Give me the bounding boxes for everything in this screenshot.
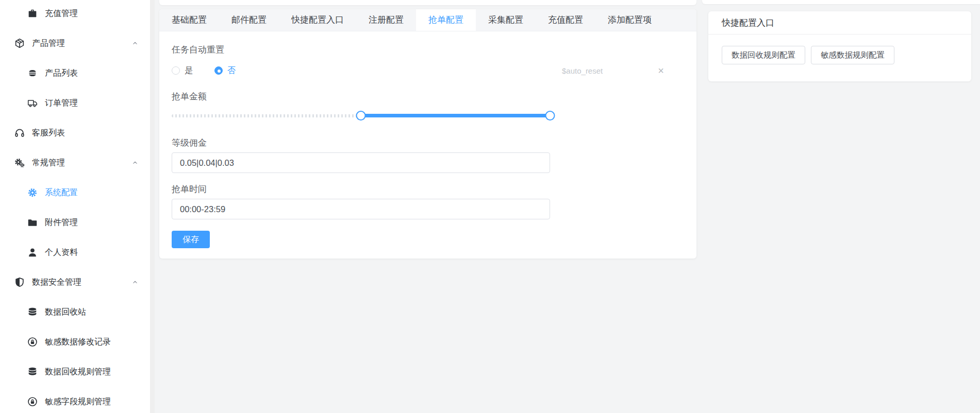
auto-reset-radio-否[interactable]: 否 (214, 65, 236, 76)
tab-采集配置[interactable]: 采集配置 (476, 9, 536, 31)
grab-config-form: 任务自动重置 是否 $auto_reset × 抢单金额 等级佣金 抢单时间 保… (159, 31, 696, 248)
gear-icon (27, 187, 38, 198)
sidebar-item[interactable]: 订单管理 (0, 88, 150, 118)
sidebar-item-label: 产品列表 (45, 68, 78, 79)
auto-reset-radio-是[interactable]: 是 (172, 65, 193, 76)
sidebar-item[interactable]: 产品管理 (0, 28, 150, 58)
radio-label: 否 (227, 65, 236, 76)
sidebar-item-label: 附件管理 (45, 217, 78, 228)
sidebar: 充值管理产品管理产品列表订单管理客服列表常规管理系统配置附件管理个人资料数据安全… (0, 0, 150, 413)
sidebar-item-label: 个人资料 (45, 247, 78, 258)
sidebar-item[interactable]: 数据回收规则管理 (0, 357, 150, 387)
sidebar-item-label: 数据回收站 (45, 307, 86, 318)
sidebar-item-label: 客服列表 (32, 128, 65, 139)
tab-充值配置[interactable]: 充值配置 (536, 9, 595, 31)
sidebar-item[interactable]: 个人资料 (0, 237, 150, 267)
sidebar-item[interactable]: 产品列表 (0, 58, 150, 88)
slider-handle-end[interactable] (545, 111, 555, 121)
grab-amount-label: 抢单金额 (172, 92, 684, 102)
sidebar-item[interactable]: 客服列表 (0, 118, 150, 148)
level-commission-label: 等级佣金 (172, 138, 684, 148)
package-icon (14, 38, 25, 49)
sidebar-item[interactable]: 数据回收站 (0, 297, 150, 327)
sidebar-menu: 充值管理产品管理产品列表订单管理客服列表常规管理系统配置附件管理个人资料数据安全… (0, 0, 150, 413)
tab-注册配置[interactable]: 注册配置 (356, 9, 416, 31)
chevron-up-icon (131, 40, 139, 47)
sidebar-item-label: 数据回收规则管理 (45, 367, 111, 377)
quick-entry-buttons: 数据回收规则配置敏感数据规则配置 (708, 35, 971, 76)
database-icon (27, 306, 38, 318)
sidebar-item[interactable]: 数据安全管理 (0, 267, 150, 297)
tab-基础配置[interactable]: 基础配置 (159, 9, 219, 31)
auto-reset-label: 任务自动重置 (172, 45, 684, 55)
sidebar-item-label: 充值管理 (45, 8, 78, 19)
quick-entry-button[interactable]: 数据回收规则配置 (722, 46, 805, 64)
sidebar-item[interactable]: 附件管理 (0, 208, 150, 237)
sidebar-item[interactable]: 常规管理 (0, 148, 150, 178)
lock-circle-icon (27, 396, 38, 407)
quick-entry-button[interactable]: 敏感数据规则配置 (811, 46, 894, 64)
tab-邮件配置[interactable]: 邮件配置 (219, 9, 279, 31)
sidebar-item-label: 常规管理 (32, 158, 65, 168)
grab-time-input[interactable] (172, 199, 550, 219)
clear-icon[interactable]: × (658, 65, 664, 76)
user-icon (27, 247, 38, 258)
lock-circle-icon (27, 336, 38, 348)
sidebar-item[interactable]: 敏感字段规则管理 (0, 387, 150, 413)
sidebar-item[interactable]: 充值管理 (0, 0, 150, 28)
variable-placeholder: $auto_reset (562, 66, 603, 75)
radio-circle-icon (172, 66, 180, 75)
sidebar-item-label: 产品管理 (32, 38, 65, 49)
headset-icon (14, 127, 25, 139)
slider-handle-start[interactable] (356, 111, 366, 121)
truck-icon (27, 97, 38, 109)
scrolled-card-edge-right (702, 0, 980, 4)
tab-添加配置项[interactable]: 添加配置项 (595, 9, 664, 31)
sidebar-item-label: 敏感字段规则管理 (45, 397, 111, 407)
scrolled-card-edge-main (159, 0, 696, 5)
slider-selected-range[interactable] (361, 114, 550, 117)
config-card: 基础配置邮件配置快捷配置入口注册配置抢单配置采集配置充值配置添加配置项 任务自动… (159, 9, 696, 259)
sidebar-item-label: 订单管理 (45, 98, 78, 109)
level-commission-input[interactable] (172, 152, 550, 173)
sidebar-item-label: 系统配置 (45, 187, 78, 198)
briefcase-icon (27, 8, 38, 19)
list-icon (27, 67, 38, 79)
quick-entry-card: 快捷配置入口 数据回收规则配置敏感数据规则配置 (708, 11, 971, 81)
sidebar-item[interactable]: 敏感数据修改记录 (0, 327, 150, 357)
gears-icon (14, 157, 25, 168)
chevron-up-icon (131, 279, 139, 286)
shield-icon (14, 277, 25, 288)
auto-reset-variable: $auto_reset × (562, 65, 664, 76)
sidebar-item[interactable]: 系统配置 (0, 178, 150, 208)
grab-time-label: 抢单时间 (172, 184, 684, 195)
database-icon (27, 366, 38, 377)
config-tabbar: 基础配置邮件配置快捷配置入口注册配置抢单配置采集配置充值配置添加配置项 (159, 9, 696, 31)
sidebar-scrollbar[interactable] (150, 0, 155, 413)
folder-icon (27, 217, 38, 228)
radio-label: 是 (185, 65, 193, 76)
auto-reset-radio-group: 是否 (172, 65, 236, 76)
sidebar-item-label: 数据安全管理 (32, 277, 81, 288)
chevron-up-icon (131, 159, 139, 166)
sidebar-item-label: 敏感数据修改记录 (45, 337, 111, 348)
save-button[interactable]: 保存 (172, 231, 210, 248)
tab-快捷配置入口[interactable]: 快捷配置入口 (279, 9, 356, 31)
quick-entry-title: 快捷配置入口 (708, 11, 971, 35)
grab-amount-slider[interactable] (172, 106, 550, 126)
radio-circle-icon (214, 66, 223, 75)
tab-抢单配置[interactable]: 抢单配置 (416, 9, 476, 31)
auto-reset-row: 是否 $auto_reset × (172, 63, 684, 78)
